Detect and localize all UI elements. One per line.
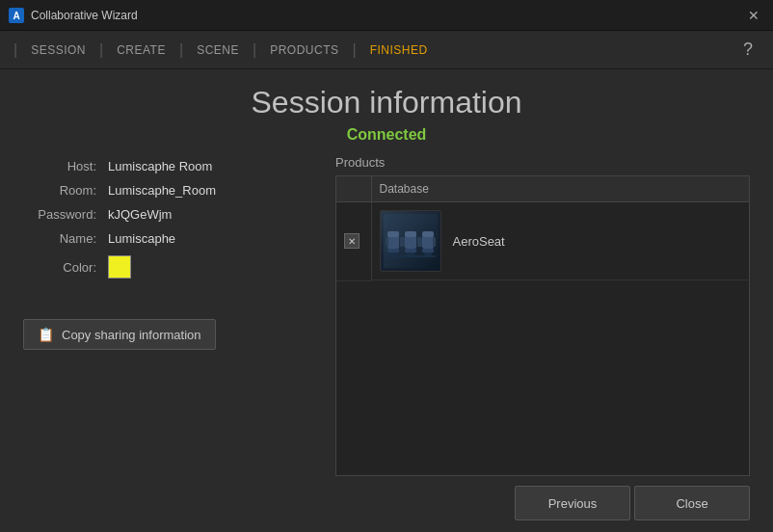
svg-rect-20 [424,253,432,255]
products-table: Database [336,176,749,281]
product-info-cell: AeroSeat [372,202,750,280]
svg-rect-14 [402,237,405,247]
table-header-checkbox-col [336,176,371,202]
room-label: Room: [23,183,96,198]
navbar-item-create[interactable]: CREATE [105,31,177,68]
bottom-bar: Previous Close [23,486,750,520]
main-content: Session information Connected Host: Lumi… [0,69,773,532]
svg-rect-17 [433,237,436,247]
svg-rect-6 [405,235,416,249]
name-value: Lumiscaphe [108,231,175,246]
table-row: AeroSeat [336,202,749,281]
titlebar: A Collaborative Wizard ✕ [0,0,773,31]
products-table-wrap: Database [335,175,750,476]
table-header-database-col: Database [371,176,749,202]
navbar: | SESSION | CREATE | SCENE | PRODUCTS | … [0,31,773,69]
room-row: Room: Lumiscaphe_Room [23,183,312,198]
product-checkbox[interactable] [344,233,360,249]
navbar-item-scene[interactable]: SCENE [185,31,251,68]
host-value: Lumiscaphe Room [108,159,212,173]
nav-sep-2: | [179,41,183,59]
host-row: Host: Lumiscaphe Room [23,159,312,173]
nav-sep-4: | [352,41,356,59]
password-label: Password: [23,207,96,222]
products-panel: Products Database [335,155,750,476]
name-label: Name: [23,231,96,246]
svg-rect-11 [422,249,434,253]
titlebar-title: Collaborative Wizard [31,9,138,22]
host-label: Host: [23,159,96,173]
svg-rect-18 [389,253,397,255]
nav-sep-1: | [99,41,103,59]
close-button[interactable]: Close [634,486,750,520]
svg-rect-12 [386,237,388,247]
svg-rect-8 [405,249,416,253]
products-label: Products [335,155,750,170]
status-badge: Connected [23,126,750,144]
svg-rect-9 [422,235,434,249]
color-row: Color: [23,255,312,279]
svg-rect-3 [387,235,399,249]
product-name: AeroSeat [441,234,505,249]
svg-rect-10 [422,231,434,237]
session-info-panel: Host: Lumiscaphe Room Room: Lumiscaphe_R… [23,155,312,476]
color-swatch[interactable] [108,255,131,279]
name-row: Name: Lumiscaphe [23,231,312,246]
password-row: Password: kJQGeWjm [23,207,312,222]
product-checkbox-cell [336,202,371,281]
page-title: Session information [23,85,750,120]
titlebar-left: A Collaborative Wizard [8,7,138,24]
product-thumbnail [380,210,441,272]
content-area: Host: Lumiscaphe Room Room: Lumiscaphe_R… [23,155,750,476]
help-button[interactable]: ? [734,37,761,64]
close-window-button[interactable]: ✕ [742,4,765,27]
table-header-row: Database [336,176,749,202]
password-value: kJQGeWjm [108,207,172,222]
navbar-item-products[interactable]: PRODUCTS [258,31,350,68]
copy-button-label: Copy sharing information [62,328,201,342]
color-label: Color: [23,260,96,275]
svg-rect-21 [386,255,436,257]
nav-sep-3: | [253,41,256,59]
navbar-item-finished[interactable]: FINISHED [359,31,440,68]
nav-sep-0: | [13,41,17,59]
svg-rect-4 [387,231,399,237]
previous-button[interactable]: Previous [515,486,630,520]
svg-rect-5 [387,249,399,253]
svg-rect-19 [407,253,414,255]
svg-text:A: A [13,11,19,21]
navbar-item-session[interactable]: SESSION [19,31,97,68]
copy-sharing-button[interactable]: 📋 Copy sharing information [23,319,216,350]
app-icon: A [8,7,25,24]
svg-rect-7 [405,231,416,237]
room-value: Lumiscaphe_Room [108,183,216,198]
navbar-items: | SESSION | CREATE | SCENE | PRODUCTS | … [12,31,440,68]
svg-rect-16 [419,237,422,247]
copy-icon: 📋 [38,327,54,342]
